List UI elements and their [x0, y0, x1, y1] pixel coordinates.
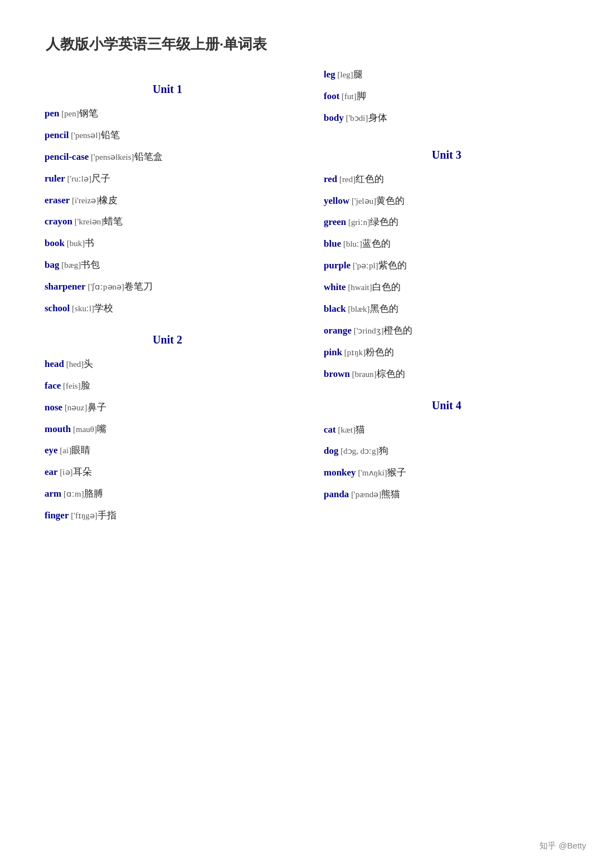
- word-entry: blue [bluː]蓝色的: [324, 236, 569, 252]
- word-chinese: 眼睛: [71, 445, 90, 455]
- word-phonetic: [griːn]: [346, 218, 370, 227]
- word-entry: crayon ['kreiən]蜡笔: [45, 214, 290, 230]
- word-chinese: 鼻子: [87, 402, 106, 413]
- word-english: pencil-case: [45, 151, 89, 162]
- word-entry: panda ['pændə]熊猫: [324, 487, 569, 503]
- word-english: book: [45, 238, 65, 248]
- word-phonetic: [pɪŋk]: [342, 348, 366, 357]
- word-english: arm: [45, 488, 61, 499]
- word-chinese: 脸: [81, 380, 90, 391]
- word-english: ruler: [45, 173, 65, 184]
- word-chinese: 尺子: [91, 173, 110, 184]
- word-english: panda: [324, 489, 349, 499]
- word-phonetic: ['ruːlə]: [65, 174, 91, 183]
- unit2-heading: Unit 2: [45, 334, 290, 346]
- word-entry: ruler ['ruːlə]尺子: [45, 171, 290, 187]
- word-entry: purple ['pəːpl]紫色的: [324, 258, 569, 274]
- word-english: school: [45, 303, 70, 313]
- word-chinese: 身体: [368, 112, 387, 123]
- word-phonetic: [mauθ]: [71, 425, 97, 434]
- word-entry: monkey ['mʌŋki]猴子: [324, 465, 569, 481]
- word-entry: leg [leg]腿: [324, 67, 569, 83]
- word-english: green: [324, 217, 346, 227]
- word-english: nose: [45, 402, 62, 413]
- word-entry: pencil ['pensəl]铅笔: [45, 127, 290, 144]
- word-entry: yellow ['jeləu]黄色的: [324, 193, 569, 209]
- word-phonetic: [nəuz]: [62, 403, 87, 412]
- word-phonetic: ['jeləu]: [349, 197, 376, 205]
- word-phonetic: [pen]: [59, 109, 79, 118]
- watermark: 知乎 @Betty: [539, 841, 586, 851]
- word-entry: head [hed]头: [45, 356, 290, 372]
- word-phonetic: ['mʌŋki]: [356, 468, 387, 477]
- word-chinese: 嘴: [97, 424, 106, 434]
- word-chinese: 熊猫: [381, 489, 400, 499]
- word-phonetic: ['pəːpl]: [350, 261, 378, 270]
- word-entry: school [skuːl]学校: [45, 301, 290, 317]
- word-chinese: 橙色的: [384, 325, 412, 336]
- word-english: finger: [45, 510, 69, 521]
- word-chinese: 猴子: [387, 467, 406, 478]
- word-phonetic: [leg]: [335, 70, 353, 79]
- word-chinese: 钢笔: [79, 108, 98, 119]
- word-english: white: [324, 282, 346, 292]
- word-chinese: 书包: [81, 259, 100, 270]
- word-entry: eraser [i'reizə]橡皮: [45, 193, 290, 209]
- word-chinese: 腿: [353, 69, 363, 80]
- word-english: sharpener: [45, 281, 86, 292]
- word-phonetic: [blæk]: [346, 305, 370, 313]
- word-phonetic: [red]: [337, 175, 355, 184]
- word-english: ear: [45, 467, 58, 477]
- word-entry: green [griːn]绿色的: [324, 214, 569, 231]
- word-english: body: [324, 112, 344, 123]
- word-phonetic: ['bɔdi]: [344, 114, 368, 122]
- word-entry: body ['bɔdi]身体: [324, 110, 569, 126]
- word-phonetic: [hed]: [64, 360, 84, 369]
- word-chinese: 铅笔盒: [134, 151, 163, 162]
- word-english: purple: [324, 260, 350, 271]
- word-phonetic: [i'reizə]: [70, 196, 99, 205]
- word-english: head: [45, 359, 64, 369]
- word-english: orange: [324, 325, 352, 336]
- word-phonetic: [hwait]: [346, 283, 372, 292]
- word-entry: ear [iə]耳朵: [45, 464, 290, 480]
- word-english: eraser: [45, 195, 70, 205]
- word-english: pencil: [45, 130, 69, 140]
- unit1-heading: Unit 1: [45, 83, 290, 96]
- word-entry: brown [braun]棕色的: [324, 366, 569, 382]
- word-phonetic: [ɑːm]: [61, 489, 84, 498]
- word-chinese: 狗: [379, 445, 388, 456]
- word-english: dog: [324, 445, 338, 456]
- page-title: 人教版小学英语三年级上册·单词表: [45, 33, 290, 55]
- word-english: crayon: [45, 216, 72, 227]
- word-entry: pencil-case ['pensəlkeis]铅笔盒: [45, 149, 290, 165]
- word-phonetic: ['pensəlkeis]: [89, 153, 134, 161]
- word-phonetic: ['kreiən]: [72, 217, 104, 226]
- word-phonetic: [braun]: [350, 370, 377, 379]
- word-phonetic: ['pændə]: [349, 490, 381, 499]
- word-entry: white [hwait]白色的: [324, 279, 569, 296]
- word-entry: pen [pen]钢笔: [45, 106, 290, 122]
- word-phonetic: [feis]: [61, 381, 80, 390]
- word-english: mouth: [45, 424, 71, 434]
- word-chinese: 学校: [94, 303, 113, 313]
- word-entry: dog [dɔg, dɔːg]狗: [324, 443, 569, 459]
- word-entry: arm [ɑːm]胳膊: [45, 486, 290, 502]
- word-entry: mouth [mauθ]嘴: [45, 421, 290, 438]
- word-chinese: 蓝色的: [362, 238, 391, 249]
- word-chinese: 头: [84, 359, 93, 369]
- word-phonetic: [dɔg, dɔːg]: [338, 447, 378, 455]
- word-phonetic: [buk]: [65, 239, 85, 248]
- word-chinese: 红色的: [355, 174, 384, 184]
- word-english: face: [45, 380, 61, 391]
- word-entry: eye [ai]眼睛: [45, 443, 290, 459]
- word-entry: orange ['ɔrindʒ]橙色的: [324, 323, 569, 339]
- word-entry: foot [fut]脚: [324, 89, 569, 105]
- word-chinese: 耳朵: [73, 467, 92, 477]
- word-entry: black [blæk]黑色的: [324, 301, 569, 317]
- word-entry: book [buk]书: [45, 236, 290, 252]
- word-english: leg: [324, 69, 335, 80]
- word-phonetic: [skuːl]: [70, 304, 94, 313]
- word-english: brown: [324, 369, 350, 379]
- word-entry: finger ['fɪŋgə]手指: [45, 508, 290, 524]
